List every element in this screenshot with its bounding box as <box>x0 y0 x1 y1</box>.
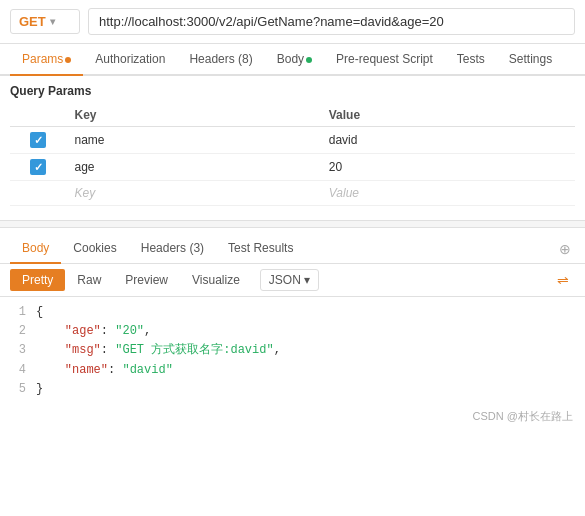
row2-key[interactable]: age <box>67 154 321 181</box>
json-output: 1 { 2 "age": "20", 3 "msg": "GET 方式获取名字:… <box>0 297 585 405</box>
request-tab-bar: Params Authorization Headers (8) Body Pr… <box>0 44 585 76</box>
line-num-2: 2 <box>10 322 26 341</box>
params-dot <box>65 57 71 63</box>
line-content-5: } <box>36 380 43 399</box>
row1-check-cell <box>10 127 67 154</box>
format-preview[interactable]: Preview <box>113 269 180 291</box>
filter-icon[interactable]: ⇌ <box>551 270 575 290</box>
method-selector[interactable]: GET ▾ <box>10 9 80 34</box>
query-params-title: Query Params <box>10 84 575 98</box>
tab-headers[interactable]: Headers (8) <box>177 44 264 74</box>
row1-checkbox[interactable] <box>30 132 46 148</box>
row3-check-cell <box>10 181 67 206</box>
tab-test-results[interactable]: Test Results <box>216 234 305 264</box>
globe-icon[interactable]: ⊕ <box>555 237 575 261</box>
method-label: GET <box>19 14 46 29</box>
header-value: Value <box>321 104 575 127</box>
params-table: Key Value name david age <box>10 104 575 206</box>
json-type-selector[interactable]: JSON ▾ <box>260 269 319 291</box>
json-line-4: 4 "name": "david" <box>10 361 575 380</box>
section-divider <box>0 220 585 228</box>
tab-authorization[interactable]: Authorization <box>83 44 177 74</box>
body-dot <box>306 57 312 63</box>
header-check <box>10 104 67 127</box>
tab-prerequest[interactable]: Pre-request Script <box>324 44 445 74</box>
header-key: Key <box>67 104 321 127</box>
line-content-1: { <box>36 303 43 322</box>
json-chevron-icon: ▾ <box>304 273 310 287</box>
line-num-5: 5 <box>10 380 26 399</box>
tab-headers-response[interactable]: Headers (3) <box>129 234 216 264</box>
json-line-5: 5 } <box>10 380 575 399</box>
line-num-3: 3 <box>10 341 26 360</box>
table-row-empty: Key Value <box>10 181 575 206</box>
json-line-3: 3 "msg": "GET 方式获取名字:david", <box>10 341 575 360</box>
table-row: age 20 <box>10 154 575 181</box>
tab-body[interactable]: Body <box>265 44 324 74</box>
line-content-2: "age": "20", <box>36 322 151 341</box>
method-chevron: ▾ <box>50 16 55 27</box>
format-pretty[interactable]: Pretty <box>10 269 65 291</box>
line-content-4: "name": "david" <box>36 361 173 380</box>
json-type-label: JSON <box>269 273 301 287</box>
line-content-3: "msg": "GET 方式获取名字:david", <box>36 341 281 360</box>
response-tabs: Body Cookies Headers (3) Test Results <box>10 234 305 263</box>
row1-key[interactable]: name <box>67 127 321 154</box>
row1-value[interactable]: david <box>321 127 575 154</box>
response-section: Body Cookies Headers (3) Test Results ⊕ … <box>0 234 585 428</box>
table-row: name david <box>10 127 575 154</box>
tab-cookies[interactable]: Cookies <box>61 234 128 264</box>
tab-params[interactable]: Params <box>10 44 83 76</box>
row3-value-placeholder[interactable]: Value <box>321 181 575 206</box>
row2-value[interactable]: 20 <box>321 154 575 181</box>
url-input[interactable] <box>88 8 575 35</box>
tab-body-response[interactable]: Body <box>10 234 61 264</box>
response-tab-bar: Body Cookies Headers (3) Test Results ⊕ <box>0 234 585 264</box>
format-visualize[interactable]: Visualize <box>180 269 252 291</box>
row2-check-cell <box>10 154 67 181</box>
format-bar: Pretty Raw Preview Visualize JSON ▾ ⇌ <box>0 264 585 297</box>
url-bar: GET ▾ <box>0 0 585 44</box>
tab-settings[interactable]: Settings <box>497 44 564 74</box>
line-num-1: 1 <box>10 303 26 322</box>
json-line-1: 1 { <box>10 303 575 322</box>
row2-checkbox[interactable] <box>30 159 46 175</box>
line-num-4: 4 <box>10 361 26 380</box>
watermark: CSDN @村长在路上 <box>0 405 585 428</box>
format-raw[interactable]: Raw <box>65 269 113 291</box>
query-params-section: Query Params Key Value name david <box>0 76 585 214</box>
json-line-2: 2 "age": "20", <box>10 322 575 341</box>
tab-tests[interactable]: Tests <box>445 44 497 74</box>
row3-key-placeholder[interactable]: Key <box>67 181 321 206</box>
